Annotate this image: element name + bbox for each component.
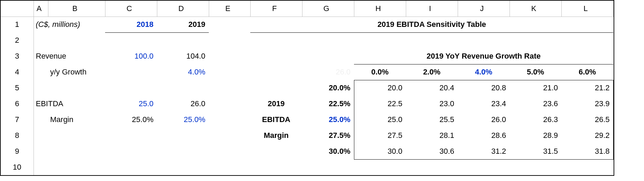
cell-d7[interactable]: 25.0% [157,112,209,128]
cell-e7[interactable] [209,112,250,128]
cell-e8[interactable] [209,128,250,143]
cell-d6[interactable]: 26.0 [157,96,209,112]
cell-d1[interactable]: 2019 [157,17,209,32]
col-header-a[interactable]: A [34,1,48,17]
sens-r4c0[interactable]: 30.0 [354,143,406,159]
cell-i10[interactable] [406,159,458,175]
sens-r3c0[interactable]: 27.5 [354,128,406,143]
cell-k2[interactable] [510,32,561,48]
sens-r3c2[interactable]: 28.6 [458,128,510,143]
cell-e1[interactable] [209,17,250,32]
cell-l10[interactable] [561,159,613,175]
cell-c3[interactable]: 100.0 [105,48,157,64]
cell-b10[interactable] [48,159,105,175]
col-header-d[interactable]: D [157,1,209,17]
sens-r0c2[interactable]: 20.8 [458,80,510,96]
cell-c5[interactable] [105,80,157,96]
col-header-k[interactable]: K [510,1,561,17]
cell-c1[interactable]: 2018 [105,17,157,32]
growth-hdr-2[interactable]: 4.0% [458,64,510,80]
cell-g10[interactable] [302,159,354,175]
cell-d9[interactable] [157,143,209,159]
row-header-6[interactable]: 6 [1,96,34,112]
sens-r1c3[interactable]: 23.6 [510,96,561,112]
cell-c10[interactable] [105,159,157,175]
cell-c8[interactable] [105,128,157,143]
cell-d3[interactable]: 104.0 [157,48,209,64]
cell-f5[interactable] [250,80,302,96]
rev-growth-title[interactable]: 2019 YoY Revenue Growth Rate [354,48,613,64]
cell-e3[interactable] [209,48,250,64]
sens-r2c4[interactable]: 26.5 [561,112,613,128]
cell-c9[interactable] [105,143,157,159]
cell-e9[interactable] [209,143,250,159]
col-header-e[interactable]: E [209,1,250,17]
growth-hdr-4[interactable]: 6.0% [561,64,613,80]
cell-d2[interactable] [157,32,209,48]
sens-r3c1[interactable]: 28.1 [406,128,458,143]
sens-r2c2[interactable]: 26.0 [458,112,510,128]
cell-e5[interactable] [209,80,250,96]
cell-a7[interactable] [34,112,48,128]
cell-b8[interactable] [48,128,105,143]
cell-d8[interactable] [157,128,209,143]
sens-r2c3[interactable]: 26.3 [510,112,561,128]
growth-hdr-1[interactable]: 2.0% [406,64,458,80]
margin-hdr-0[interactable]: 20.0% [302,80,354,96]
sens-r4c1[interactable]: 30.6 [406,143,458,159]
cell-h10[interactable] [354,159,406,175]
row-header-2[interactable]: 2 [1,32,34,48]
col-header-i[interactable]: I [406,1,458,17]
growth-hdr-3[interactable]: 5.0% [510,64,561,80]
sens-r0c3[interactable]: 21.0 [510,80,561,96]
sens-r1c4[interactable]: 23.9 [561,96,613,112]
row-header-1[interactable]: 1 [1,17,34,32]
cell-a4[interactable] [34,64,48,80]
margin-hdr-2[interactable]: 25.0% [302,112,354,128]
row-header-3[interactable]: 3 [1,48,34,64]
cell-d5[interactable] [157,80,209,96]
margin-hdr-3[interactable]: 27.5% [302,128,354,143]
sens-r2c0[interactable]: 25.0 [354,112,406,128]
sens-r1c1[interactable]: 23.0 [406,96,458,112]
cell-f10[interactable] [250,159,302,175]
margin-hdr-1[interactable]: 22.5% [302,96,354,112]
side-label-margin[interactable]: Margin [250,128,302,143]
row-header-9[interactable]: 9 [1,143,34,159]
row-header-4[interactable]: 4 [1,64,34,80]
col-header-h[interactable]: H [354,1,406,17]
cell-g4[interactable]: 26.0 [302,64,354,80]
cell-f3[interactable] [250,48,302,64]
cell-f2[interactable] [250,32,302,48]
cell-a1[interactable]: (C$, millions) [34,17,105,32]
cell-e4[interactable] [209,64,250,80]
sens-r4c3[interactable]: 31.5 [510,143,561,159]
cell-b9[interactable] [48,143,105,159]
sens-r4c2[interactable]: 31.2 [458,143,510,159]
cell-e10[interactable] [209,159,250,175]
cell-b2[interactable] [48,32,105,48]
col-header-j[interactable]: J [458,1,510,17]
sens-r1c2[interactable]: 23.4 [458,96,510,112]
sens-r1c0[interactable]: 22.5 [354,96,406,112]
cell-c7[interactable]: 25.0% [105,112,157,128]
cell-e6[interactable] [209,96,250,112]
margin-hdr-4[interactable]: 30.0% [302,143,354,159]
col-header-g[interactable]: G [302,1,354,17]
cell-f4[interactable] [250,64,302,80]
col-header-b[interactable]: B [48,1,105,17]
cell-a2[interactable] [34,32,48,48]
cell-a6[interactable]: EBITDA [34,96,105,112]
cell-e2[interactable] [209,32,250,48]
col-header-c[interactable]: C [105,1,157,17]
sens-r0c1[interactable]: 20.4 [406,80,458,96]
sens-r0c4[interactable]: 21.2 [561,80,613,96]
cell-a5[interactable] [34,80,48,96]
spreadsheet-table[interactable]: A B C D E F G H I J K L 1 (C$, millions)… [1,1,614,175]
cell-c4[interactable] [105,64,157,80]
side-label-2019[interactable]: 2019 [250,96,302,112]
cell-b5[interactable] [48,80,105,96]
row-header-5[interactable]: 5 [1,80,34,96]
cell-j2[interactable] [458,32,510,48]
growth-hdr-0[interactable]: 0.0% [354,64,406,80]
